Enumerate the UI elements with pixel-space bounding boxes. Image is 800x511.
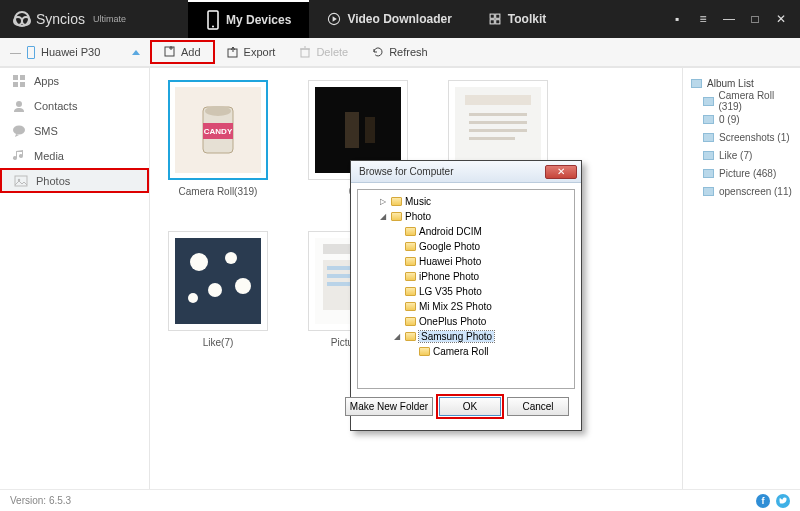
picture-icon: [691, 79, 702, 88]
tree-node[interactable]: Mi Mix 2S Photo: [360, 299, 572, 314]
picture-icon: [703, 151, 714, 160]
folder-icon: [405, 257, 416, 266]
delete-button[interactable]: Delete: [287, 40, 360, 64]
album-list-item[interactable]: Camera Roll (319): [687, 92, 796, 110]
picture-icon: [703, 187, 714, 196]
picture-icon: [703, 133, 714, 142]
refresh-button[interactable]: Refresh: [360, 40, 440, 64]
svg-rect-16: [15, 176, 27, 186]
folder-tree[interactable]: ▷Music◢PhotoAndroid DCIMGoogle PhotoHuaw…: [357, 189, 575, 389]
btn-label: Export: [244, 46, 276, 58]
folder-icon: [391, 197, 402, 206]
maximize-button[interactable]: □: [748, 12, 762, 26]
tree-node[interactable]: ◢Samsung Photo: [360, 329, 572, 344]
dialog-title-bar[interactable]: Browse for Computer ✕: [351, 161, 581, 183]
btn-label: Refresh: [389, 46, 428, 58]
tree-node[interactable]: Android DCIM: [360, 224, 572, 239]
play-circle-icon: [327, 9, 341, 29]
device-selector[interactable]: — Huawei P30: [0, 46, 150, 59]
tree-label: Music: [405, 196, 431, 207]
chat-icon[interactable]: ▪: [670, 12, 684, 26]
folder-icon: [405, 242, 416, 251]
svg-point-34: [225, 252, 237, 264]
tree-node[interactable]: Huawei Photo: [360, 254, 572, 269]
add-button[interactable]: Add: [150, 40, 215, 64]
expand-icon: ▷: [380, 197, 388, 206]
sidebar-item-photos[interactable]: Photos: [0, 168, 149, 193]
album-list-item[interactable]: Screenshots (1): [687, 128, 796, 146]
dialog-close-button[interactable]: ✕: [545, 165, 577, 179]
tree-node[interactable]: LG V35 Photo: [360, 284, 572, 299]
svg-rect-12: [13, 82, 18, 87]
svg-rect-4: [496, 14, 500, 18]
phone-icon: [27, 46, 35, 59]
grid-icon: [488, 9, 502, 29]
browse-folder-dialog: Browse for Computer ✕ ▷Music◢PhotoAndroi…: [350, 160, 582, 431]
nav-toolkit[interactable]: Toolkit: [470, 0, 564, 38]
close-button[interactable]: ✕: [774, 12, 788, 26]
tree-label: OnePlus Photo: [419, 316, 486, 327]
sidebar-item-media[interactable]: Media: [0, 143, 149, 168]
album-list-item[interactable]: 0 (9): [687, 110, 796, 128]
sidebar-item-apps[interactable]: Apps: [0, 68, 149, 93]
sidebar-item-sms[interactable]: SMS: [0, 118, 149, 143]
svg-rect-5: [490, 20, 494, 24]
nav-video-downloader[interactable]: Video Downloader: [309, 0, 469, 38]
tree-label: Mi Mix 2S Photo: [419, 301, 492, 312]
device-name: Huawei P30: [41, 46, 100, 58]
twitter-icon[interactable]: [776, 494, 790, 508]
svg-rect-11: [20, 75, 25, 80]
svg-point-37: [188, 293, 198, 303]
svg-rect-30: [469, 129, 527, 132]
sidebar-item-contacts[interactable]: Contacts: [0, 93, 149, 118]
album-list-item[interactable]: openscreen (11): [687, 182, 796, 200]
btn-label: Add: [181, 46, 201, 58]
svg-rect-6: [496, 20, 500, 24]
folder-icon: [405, 287, 416, 296]
tree-node[interactable]: ▷Music: [360, 194, 572, 209]
tree-node[interactable]: Camera Roll: [360, 344, 572, 359]
svg-rect-31: [469, 137, 515, 140]
thumb-label: Camera Roll(319): [168, 186, 268, 197]
facebook-icon[interactable]: f: [756, 494, 770, 508]
main-nav: My Devices Video Downloader Toolkit: [188, 0, 564, 38]
svg-rect-27: [465, 95, 531, 105]
media-icon: [12, 149, 26, 163]
export-button[interactable]: Export: [215, 40, 288, 64]
album-thumb[interactable]: CANDY Camera Roll(319): [168, 80, 268, 197]
sidebar: Apps Contacts SMS Media Photos: [0, 68, 150, 489]
minimize-button[interactable]: —: [722, 12, 736, 26]
svg-rect-13: [20, 82, 25, 87]
nav-my-devices[interactable]: My Devices: [188, 0, 309, 38]
photos-icon: [14, 174, 28, 188]
nav-label: Video Downloader: [347, 12, 451, 26]
app-edition: Ultimate: [93, 14, 126, 24]
app-logo: Syncios Ultimate: [0, 11, 188, 27]
picture-icon: [703, 115, 714, 124]
album-thumb[interactable]: Like(7): [168, 231, 268, 348]
cancel-button[interactable]: Cancel: [507, 397, 569, 416]
album-list-item[interactable]: Like (7): [687, 146, 796, 164]
folder-icon: [405, 302, 416, 311]
dialog-title: Browse for Computer: [359, 166, 453, 177]
status-bar: Version: 6.5.3 f: [0, 489, 800, 511]
tree-node[interactable]: Google Photo: [360, 239, 572, 254]
svg-point-22: [205, 106, 231, 116]
refresh-icon: [372, 46, 384, 58]
svg-rect-9: [301, 49, 309, 57]
menu-icon[interactable]: ≡: [696, 12, 710, 26]
album-list-item[interactable]: Picture (468): [687, 164, 796, 182]
nav-label: My Devices: [226, 13, 291, 27]
tree-node[interactable]: ◢Photo: [360, 209, 572, 224]
title-bar: Syncios Ultimate My Devices Video Downlo…: [0, 0, 800, 38]
svg-point-33: [190, 253, 208, 271]
window-controls: ▪ ≡ — □ ✕: [670, 12, 800, 26]
svg-point-14: [16, 101, 22, 107]
ok-button[interactable]: OK: [439, 397, 501, 416]
svg-rect-25: [365, 117, 375, 143]
svg-point-36: [235, 278, 251, 294]
make-new-folder-button[interactable]: Make New Folder: [345, 397, 433, 416]
tree-node[interactable]: OnePlus Photo: [360, 314, 572, 329]
tree-node[interactable]: iPhone Photo: [360, 269, 572, 284]
tree-label: Photo: [405, 211, 431, 222]
